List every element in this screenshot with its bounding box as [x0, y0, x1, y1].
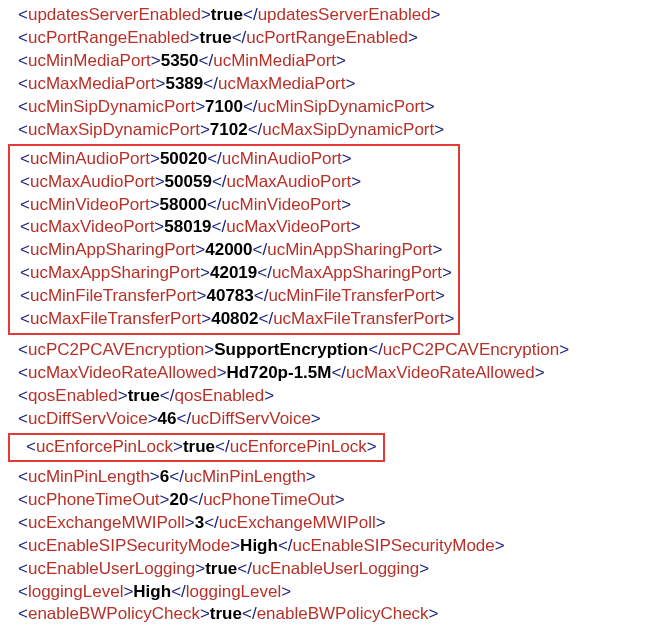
value: true	[183, 437, 215, 456]
open-tag: ucPhoneTimeOut	[28, 490, 160, 509]
close-tag: qosEnabled	[174, 386, 264, 405]
close-tag: ucMaxAudioPort	[227, 172, 352, 191]
open-bracket: <	[18, 409, 28, 428]
close-tag: ucMinSipDynamicPort	[258, 97, 425, 116]
close-bracket: >	[425, 97, 435, 116]
open-bracket: </	[215, 437, 230, 456]
close-bracket: >	[150, 195, 160, 214]
open-bracket: <	[18, 51, 28, 70]
close-bracket: >	[306, 467, 316, 486]
open-bracket: </	[258, 309, 273, 328]
open-tag: ucMaxFileTransferPort	[30, 309, 201, 328]
open-bracket: </	[177, 409, 192, 428]
value: High	[133, 582, 171, 601]
open-tag: ucPC2PCAVEncryption	[28, 340, 204, 359]
close-bracket: >	[429, 604, 439, 623]
open-bracket: <	[18, 340, 28, 359]
close-bracket: >	[195, 97, 205, 116]
open-tag: ucMinMediaPort	[28, 51, 151, 70]
open-bracket: <	[20, 195, 30, 214]
value: true	[210, 604, 242, 623]
open-tag: loggingLevel	[28, 582, 123, 601]
open-tag: ucMinVideoPort	[30, 195, 150, 214]
close-bracket: >	[408, 28, 418, 47]
open-bracket: </	[278, 536, 293, 555]
xml-line: <ucMinVideoPort>58000</ucMinVideoPort>	[20, 194, 454, 217]
close-bracket: >	[150, 467, 160, 486]
open-tag: ucMaxAppSharingPort	[30, 263, 200, 282]
close-bracket: >	[336, 51, 346, 70]
close-bracket: >	[173, 437, 183, 456]
highlight-box-pinlock: <ucEnforcePinLock>true</ucEnforcePinLock…	[8, 433, 385, 462]
value: Hd720p-1.5M	[227, 363, 332, 382]
open-bracket: </	[243, 5, 258, 24]
open-tag: ucDiffServVoice	[28, 409, 148, 428]
open-bracket: </	[242, 604, 257, 623]
close-bracket: >	[345, 74, 355, 93]
close-tag: ucDiffServVoice	[191, 409, 311, 428]
open-bracket: </	[254, 286, 269, 305]
close-bracket: >	[200, 263, 210, 282]
close-tag: ucMinMediaPort	[213, 51, 336, 70]
value: 3	[195, 513, 204, 532]
close-bracket: >	[217, 363, 227, 382]
value: 50059	[165, 172, 212, 191]
close-tag: ucEnableUserLogging	[252, 559, 419, 578]
value: 5350	[161, 51, 199, 70]
open-bracket: </	[207, 149, 222, 168]
open-bracket: </	[237, 559, 252, 578]
open-bracket: <	[18, 363, 28, 382]
open-bracket: </	[253, 240, 268, 259]
open-tag: ucEnforcePinLock	[36, 437, 173, 456]
close-bracket: >	[201, 5, 211, 24]
value: 7102	[210, 120, 248, 139]
close-bracket: >	[435, 286, 445, 305]
close-tag: ucMinPinLength	[184, 467, 306, 486]
close-tag: ucEnforcePinLock	[230, 437, 367, 456]
value: 58000	[160, 195, 207, 214]
close-bracket: >	[559, 340, 569, 359]
close-bracket: >	[190, 28, 200, 47]
close-bracket: >	[185, 513, 195, 532]
xml-line: <ucPortRangeEnabled>true</ucPortRangeEna…	[18, 27, 664, 50]
close-bracket: >	[160, 490, 170, 509]
open-bracket: <	[20, 217, 30, 236]
close-bracket: >	[434, 120, 444, 139]
open-tag: ucMinAppSharingPort	[30, 240, 195, 259]
open-bracket: <	[18, 559, 28, 578]
open-tag: ucMinSipDynamicPort	[28, 97, 195, 116]
close-bracket: >	[444, 309, 454, 328]
open-bracket: </	[257, 263, 272, 282]
open-bracket: </	[207, 195, 222, 214]
close-tag: ucMaxMediaPort	[218, 74, 346, 93]
xml-line: <ucMaxFileTransferPort>40802</ucMaxFileT…	[20, 308, 454, 331]
xml-line: <ucMaxVideoPort>58019</ucMaxVideoPort>	[20, 216, 454, 239]
value: 58019	[164, 217, 211, 236]
close-tag: updatesServerEnabled	[258, 5, 431, 24]
close-bracket: >	[195, 240, 205, 259]
open-bracket: <	[20, 286, 30, 305]
open-bracket: </	[188, 490, 203, 509]
xml-line: <ucEnableUserLogging>true</ucEnableUserL…	[18, 558, 664, 581]
open-bracket: <	[20, 149, 30, 168]
open-bracket: <	[20, 263, 30, 282]
value: true	[211, 5, 243, 24]
xml-line: <ucMaxMediaPort>5389</ucMaxMediaPort>	[18, 73, 664, 96]
close-tag: ucMinAudioPort	[222, 149, 342, 168]
open-tag: ucMaxSipDynamicPort	[28, 120, 200, 139]
close-tag: ucMinVideoPort	[222, 195, 342, 214]
open-tag: ucExchangeMWIPoll	[28, 513, 185, 532]
close-bracket: >	[495, 536, 505, 555]
close-tag: loggingLevel	[186, 582, 281, 601]
close-bracket: >	[376, 513, 386, 532]
close-bracket: >	[156, 74, 166, 93]
close-bracket: >	[442, 263, 452, 282]
value: 42000	[205, 240, 252, 259]
close-bracket: >	[200, 604, 210, 623]
open-bracket: </	[199, 51, 214, 70]
close-bracket: >	[433, 240, 443, 259]
open-bracket: </	[248, 120, 263, 139]
open-tag: updatesServerEnabled	[28, 5, 201, 24]
xml-line: <ucMinAppSharingPort>42000</ucMinAppShar…	[20, 239, 454, 262]
open-tag: ucMinFileTransferPort	[30, 286, 197, 305]
